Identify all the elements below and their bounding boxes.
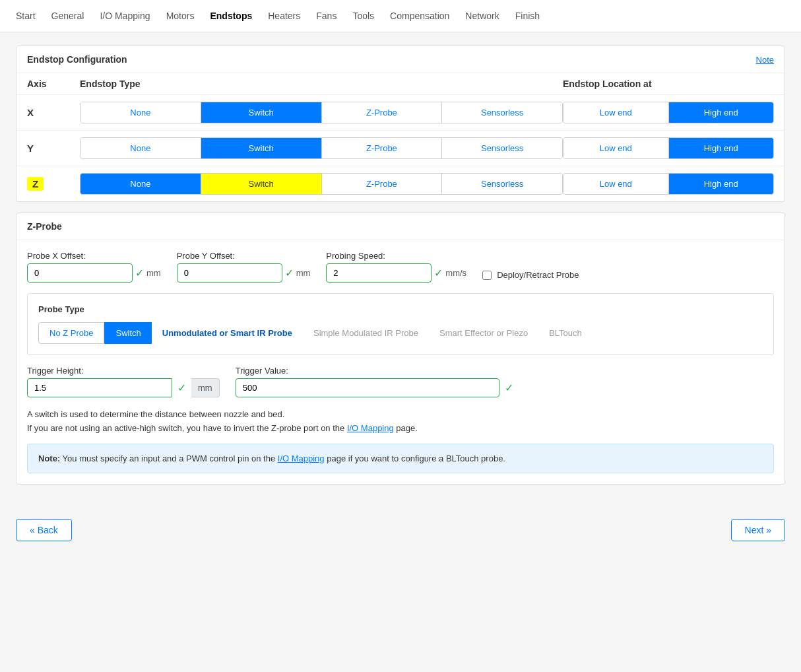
trigger-row: Trigger Height: ✓ mm Trigger Value: ✓ [27, 366, 774, 397]
probe-x-offset-group: Probe X Offset: ✓ mm [27, 251, 161, 283]
z-type-switch[interactable]: Switch [201, 174, 322, 194]
nav-network[interactable]: Network [465, 11, 499, 21]
axis-y-label: Y [27, 143, 80, 154]
col-type: Endstop Type [80, 79, 563, 89]
probe-x-offset-label: Probe X Offset: [27, 251, 161, 261]
deploy-retract-checkbox[interactable] [482, 271, 492, 280]
y-type-zprobe[interactable]: Z-Probe [322, 138, 443, 158]
nav-finish[interactable]: Finish [515, 11, 540, 21]
trigger-height-input-row: ✓ mm [27, 378, 220, 397]
probe-tab-bltouch[interactable]: BLTouch [538, 323, 593, 343]
endstop-config-title: Endstop Configuration [27, 54, 127, 65]
trigger-height-label: Trigger Height: [27, 366, 220, 376]
probe-type-tabs: No Z Probe Switch Unmodulated or Smart I… [38, 322, 763, 344]
nav-tools[interactable]: Tools [352, 11, 374, 21]
endstop-row-z: Z None Switch Z-Probe Sensorless Low end… [16, 166, 785, 201]
endstop-column-headers: Axis Endstop Type Endstop Location at [16, 73, 785, 94]
endstop-location-y-group: Low end High end [563, 137, 774, 159]
x-type-sensorless[interactable]: Sensorless [442, 102, 562, 123]
trigger-value-input[interactable] [236, 378, 499, 397]
trigger-height-input[interactable] [27, 378, 172, 397]
nav-heaters[interactable]: Heaters [268, 11, 300, 21]
x-type-switch[interactable]: Switch [201, 102, 322, 123]
probe-y-offset-group: Probe Y Offset: ✓ mm [177, 251, 311, 283]
probe-tab-smart-effector[interactable]: Smart Effector or Piezo [429, 323, 538, 343]
z-loc-low[interactable]: Low end [563, 174, 669, 194]
endstop-type-y-group: None Switch Z-Probe Sensorless [80, 137, 563, 159]
y-type-none[interactable]: None [80, 138, 201, 158]
x-loc-high[interactable]: High end [669, 102, 774, 123]
endstop-type-x-group: None Switch Z-Probe Sensorless [80, 102, 563, 123]
probing-speed-group: Probing Speed: ✓ mm/s [326, 251, 466, 283]
endstop-type-x: None Switch Z-Probe Sensorless [80, 102, 563, 123]
endstop-note-link[interactable]: Note [756, 55, 774, 65]
trigger-value-input-row: ✓ [236, 378, 516, 397]
bltouch-note-box: Note: You must specify an input and a PW… [27, 444, 774, 474]
trigger-height-group: Trigger Height: ✓ mm [27, 366, 220, 397]
footer: « Back Next » [0, 508, 801, 552]
endstop-location-z-group: Low end High end [563, 173, 774, 195]
offset-row: Probe X Offset: ✓ mm Probe Y Offset: ✓ m… [27, 251, 774, 283]
deploy-retract-label: Deploy/Retract Probe [497, 270, 579, 280]
endstop-type-z: None Switch Z-Probe Sensorless [80, 173, 563, 195]
y-type-switch[interactable]: Switch [201, 138, 322, 158]
y-loc-low[interactable]: Low end [563, 138, 669, 158]
axis-z-label: Z [27, 177, 80, 191]
probe-y-check-icon: ✓ [285, 267, 294, 279]
note-suffix: page if you want to configure a BLTouch … [325, 454, 505, 463]
description-text: A switch is used to determine the distan… [27, 408, 774, 436]
probing-speed-input[interactable] [326, 263, 432, 283]
note-bold: Note: [38, 454, 60, 463]
nav-compensation[interactable]: Compensation [390, 11, 449, 21]
endstop-type-z-group: None Switch Z-Probe Sensorless [80, 173, 563, 195]
nav-motors[interactable]: Motors [166, 11, 195, 21]
z-type-zprobe[interactable]: Z-Probe [322, 174, 443, 194]
x-type-none[interactable]: None [80, 102, 201, 123]
probe-tab-unmodulated[interactable]: Unmodulated or Smart IR Probe [152, 323, 303, 343]
axis-x-label: X [27, 107, 80, 118]
probe-tab-switch[interactable]: Switch [104, 322, 151, 344]
z-loc-high[interactable]: High end [669, 174, 774, 194]
nav-endstops[interactable]: Endstops [210, 11, 252, 21]
zprobe-title: Z-Probe [16, 213, 785, 240]
trigger-value-label: Trigger Value: [236, 366, 516, 376]
back-button[interactable]: « Back [16, 519, 72, 541]
y-loc-high[interactable]: High end [669, 138, 774, 158]
nav-start[interactable]: Start [16, 11, 36, 21]
zprobe-card: Z-Probe Probe X Offset: ✓ mm Probe Y Off… [16, 213, 785, 485]
probing-speed-input-row: ✓ mm/s [326, 263, 466, 283]
deploy-retract-group: Deploy/Retract Probe [482, 270, 579, 283]
y-type-sensorless[interactable]: Sensorless [442, 138, 562, 158]
nav-general[interactable]: General [51, 11, 84, 21]
trigger-value-group: Trigger Value: ✓ [236, 366, 516, 397]
desc-io-mapping-link[interactable]: I/O Mapping [347, 423, 394, 433]
desc-line2-prefix: If you are not using an active-high swit… [27, 423, 347, 433]
next-button[interactable]: Next » [731, 519, 785, 541]
nav-fans[interactable]: Fans [316, 11, 336, 21]
endstop-location-x-group: Low end High end [563, 102, 774, 123]
probe-tab-simple-modulated[interactable]: Simple Modulated IR Probe [303, 323, 429, 343]
probe-x-offset-input-row: ✓ mm [27, 263, 161, 283]
trigger-height-unit: mm [191, 378, 220, 397]
probe-y-offset-input[interactable] [177, 263, 282, 283]
zprobe-body: Probe X Offset: ✓ mm Probe Y Offset: ✓ m… [16, 240, 785, 484]
z-type-sensorless[interactable]: Sensorless [442, 174, 562, 194]
probe-y-offset-input-row: ✓ mm [177, 263, 311, 283]
x-loc-low[interactable]: Low end [563, 102, 669, 123]
endstop-row-x: X None Switch Z-Probe Sensorless Low end… [16, 94, 785, 130]
nav-io-mapping[interactable]: I/O Mapping [100, 11, 150, 21]
desc-line2-suffix: page. [394, 423, 418, 433]
endstop-config-header: Endstop Configuration Note [16, 46, 785, 73]
desc-line1: A switch is used to determine the distan… [27, 409, 284, 419]
x-type-zprobe[interactable]: Z-Probe [322, 102, 443, 123]
col-axis: Axis [27, 79, 80, 89]
z-type-none[interactable]: None [80, 174, 201, 194]
probe-tab-no-z[interactable]: No Z Probe [38, 322, 104, 344]
probe-x-check-icon: ✓ [135, 267, 144, 279]
trigger-height-check-icon: ✓ [175, 382, 189, 394]
probe-x-offset-input[interactable] [27, 263, 133, 283]
note-io-mapping-link[interactable]: I/O Mapping [278, 454, 325, 463]
probing-speed-label: Probing Speed: [326, 251, 466, 261]
axis-z-highlight: Z [27, 177, 44, 191]
endstop-row-y: Y None Switch Z-Probe Sensorless Low end… [16, 130, 785, 166]
